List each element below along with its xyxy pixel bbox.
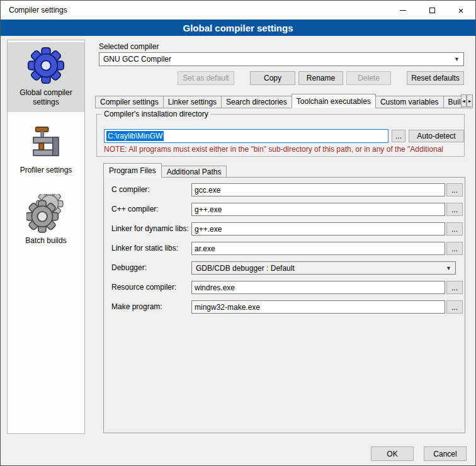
resource-compiler-label: Resource compiler: [111, 283, 176, 292]
auto-detect-button[interactable]: Auto-detect [409, 130, 464, 142]
installation-directory-input[interactable]: C:\raylib\MinGW [104, 129, 388, 143]
reset-defaults-button[interactable]: Reset defaults [407, 71, 464, 85]
tab-search-directories[interactable]: Search directories [221, 96, 292, 108]
resource-compiler-input[interactable] [191, 281, 445, 294]
installation-directory-group-title: Compiler's installation directory [101, 110, 211, 118]
ok-button[interactable]: OK [371, 446, 414, 461]
delete-button[interactable]: Delete [346, 71, 391, 85]
linker-static-label: Linker for static libs: [111, 244, 178, 253]
linker-dynamic-label: Linker for dynamic libs: [111, 224, 189, 233]
compiler-settings-dialog: Compiler settings × Global compiler sett… [0, 0, 476, 466]
bin-subdirectory-note: NOTE: All programs must exist either in … [104, 145, 464, 154]
browse-directory-button[interactable]: ... [392, 130, 405, 142]
sidebar-item-batch-builds[interactable]: Batch builds [8, 190, 84, 251]
tab-compiler-settings[interactable]: Compiler settings [95, 96, 164, 108]
dialog-banner: Global compiler settings [1, 20, 475, 36]
c-compiler-browse-button[interactable]: ... [446, 183, 463, 196]
minimize-button[interactable] [388, 1, 417, 20]
cpp-compiler-browse-button[interactable]: ... [446, 203, 463, 216]
cpp-compiler-label: C++ compiler: [111, 205, 159, 213]
debugger-select[interactable]: GDB/CDB debugger : Default ▼ [191, 261, 456, 275]
chevron-down-icon: ▼ [454, 56, 460, 62]
copy-button[interactable]: Copy [250, 71, 295, 85]
make-program-input[interactable] [191, 300, 445, 314]
titlebar: Compiler settings × [1, 1, 475, 20]
settings-tab-strip: Compiler settings Linker settings Search… [95, 94, 473, 108]
sidebar-item-label: Batch builds [9, 236, 83, 246]
maximize-icon [429, 8, 435, 13]
tab-additional-paths[interactable]: Additional Paths [161, 166, 227, 178]
window-title: Compiler settings [1, 6, 67, 14]
sidebar-item-label: Global compiler settings [9, 88, 83, 107]
linker-dynamic-browse-button[interactable]: ... [446, 222, 463, 236]
c-compiler-label: C compiler: [111, 185, 150, 194]
arrow-right-icon: ► [468, 99, 472, 103]
maximize-button[interactable] [417, 1, 446, 20]
cpp-compiler-input[interactable] [191, 203, 445, 216]
make-program-label: Make program: [111, 302, 162, 311]
close-icon: × [458, 6, 464, 15]
tab-scroll-right-button[interactable]: ► [467, 94, 473, 107]
debugger-select-value: GDB/CDB debugger : Default [196, 264, 295, 273]
set-as-default-button[interactable]: Set as default [178, 71, 234, 85]
blue-gear-icon [26, 46, 65, 85]
program-files-tab-strip: Program Files Additional Paths [103, 163, 226, 178]
dialog-banner-title: Global compiler settings [183, 23, 293, 33]
linker-dynamic-input[interactable] [191, 222, 445, 236]
sidebar: Global compiler settings Profiler settin… [7, 40, 85, 434]
arrow-left-icon: ◄ [462, 99, 466, 103]
c-compiler-input[interactable] [191, 183, 445, 196]
cancel-button[interactable]: Cancel [424, 446, 467, 461]
tab-program-files[interactable]: Program Files [103, 163, 162, 178]
minimize-icon [400, 10, 406, 11]
window-controls: × [388, 1, 475, 20]
sidebar-item-profiler-settings[interactable]: Profiler settings [8, 122, 84, 180]
make-program-browse-button[interactable]: ... [446, 300, 463, 314]
debugger-label: Debugger: [111, 263, 147, 272]
tab-build-options-truncated[interactable]: Buil [443, 96, 462, 108]
rename-button[interactable]: Rename [298, 71, 343, 85]
compiler-select-value: GNU GCC Compiler [103, 55, 171, 64]
compiler-select[interactable]: GNU GCC Compiler ▼ [99, 52, 464, 66]
chevron-down-icon: ▼ [446, 265, 451, 271]
sidebar-item-label: Profiler settings [9, 166, 83, 175]
tab-linker-settings[interactable]: Linker settings [163, 96, 222, 108]
close-button[interactable]: × [446, 1, 475, 20]
tab-scroll-left-button[interactable]: ◄ [461, 94, 467, 107]
linker-static-browse-button[interactable]: ... [446, 242, 463, 255]
sidebar-item-global-compiler-settings[interactable]: Global compiler settings [8, 42, 84, 112]
tab-toolchain-executables[interactable]: Toolchain executables [292, 94, 376, 108]
gray-gears-icon [26, 194, 65, 233]
installation-directory-selected-text: C:\raylib\MinGW [106, 131, 164, 141]
linker-static-input[interactable] [191, 242, 445, 255]
selected-compiler-label: Selected compiler [99, 42, 159, 51]
tab-custom-variables[interactable]: Custom variables [375, 96, 444, 108]
resource-compiler-browse-button[interactable]: ... [446, 281, 463, 294]
clamp-icon [28, 126, 64, 162]
